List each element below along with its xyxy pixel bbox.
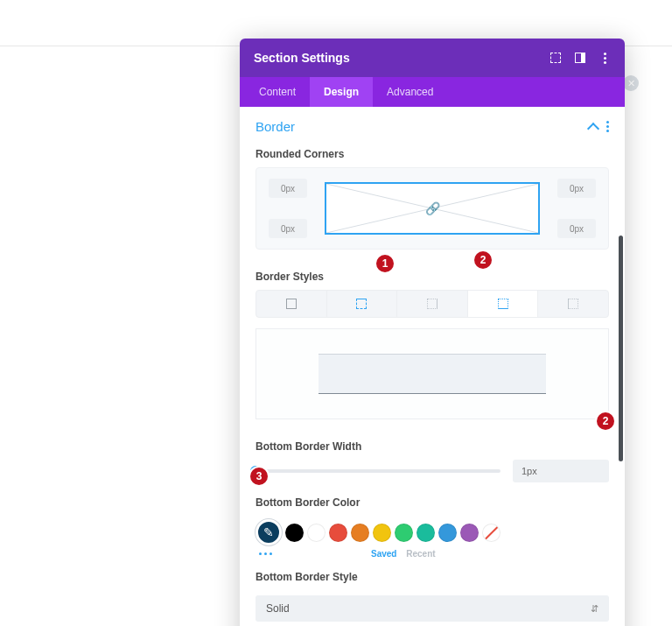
scrollbar-thumb[interactable] [619, 236, 623, 461]
recent-colors-tab[interactable]: Recent [406, 549, 435, 559]
bottom-border-style-label: Bottom Border Style [240, 566, 625, 590]
modal-header: Section Settings [240, 39, 625, 77]
corner-bottom-left-input[interactable] [269, 219, 307, 238]
section-more-icon[interactable] [606, 121, 609, 132]
rounded-corners-preview[interactable]: 🔗 [325, 182, 540, 235]
color-swatch[interactable] [329, 524, 347, 542]
bottom-border-style-select-wrap: Solid ⇵ [256, 595, 609, 622]
color-swatch-none[interactable] [482, 524, 500, 542]
border-section-title: Border [256, 119, 295, 134]
color-swatch[interactable] [351, 524, 369, 542]
border-side-bottom[interactable] [468, 291, 539, 317]
annotation-2b: 2 [597, 412, 614, 430]
modal-title: Section Settings [254, 51, 350, 65]
color-swatch[interactable] [438, 524, 457, 542]
tab-design[interactable]: Design [310, 77, 373, 107]
border-preview [318, 354, 546, 394]
bottom-border-width-slider[interactable] [256, 469, 500, 473]
color-tabs: Saved Recent [371, 549, 436, 559]
saved-colors-tab[interactable]: Saved [371, 549, 396, 559]
tab-content[interactable]: Content [245, 77, 310, 107]
square-left-icon [568, 299, 578, 309]
square-right-icon [427, 299, 438, 309]
border-styles-label: Border Styles [240, 265, 625, 290]
square-top-icon [356, 299, 367, 309]
corner-top-right-input[interactable] [557, 179, 596, 198]
rounded-corners-control: 🔗 [256, 167, 609, 250]
link-corners-icon[interactable]: 🔗 [425, 201, 440, 215]
section-settings-modal: Section Settings Content Design Advanced… [240, 39, 625, 626]
color-swatch[interactable] [395, 524, 413, 542]
header-action-group [550, 52, 611, 64]
settings-tabs: Content Design Advanced [240, 77, 625, 107]
expand-icon[interactable] [550, 52, 562, 64]
bottom-border-style-select[interactable]: Solid [256, 595, 609, 622]
bottom-border-width-input[interactable] [513, 460, 609, 482]
annotation-2: 2 [474, 251, 492, 269]
color-picker-button[interactable]: ✎ [256, 519, 282, 545]
color-swatch[interactable] [373, 524, 391, 542]
bottom-border-width-row [240, 460, 625, 491]
color-swatch-subrow: Saved Recent [240, 547, 625, 566]
border-side-all[interactable] [256, 291, 327, 317]
snap-panel-icon[interactable] [574, 52, 586, 64]
square-all-icon [286, 299, 297, 309]
border-section-header: Border [240, 107, 625, 143]
border-side-right[interactable] [397, 291, 468, 317]
more-colors-icon[interactable] [259, 552, 272, 555]
rounded-corners-label: Rounded Corners [240, 143, 625, 167]
corner-bottom-right-input[interactable] [557, 219, 596, 238]
border-preview-container [256, 328, 609, 419]
border-side-top[interactable] [327, 291, 398, 317]
color-swatch[interactable] [460, 524, 479, 542]
modal-body: Border Rounded Corners 🔗 Border Styles [240, 107, 625, 622]
color-swatch[interactable] [307, 524, 326, 542]
annotation-3: 3 [250, 468, 268, 485]
more-icon[interactable] [598, 52, 611, 64]
square-bottom-icon [498, 299, 508, 309]
bottom-border-width-label: Bottom Border Width [240, 435, 625, 460]
corner-top-left-input[interactable] [269, 179, 307, 198]
border-side-tabs [256, 290, 609, 318]
bottom-border-color-label: Bottom Border Color [240, 491, 625, 516]
color-swatch[interactable] [416, 524, 435, 542]
color-swatch[interactable] [285, 524, 304, 542]
collapse-icon[interactable] [587, 122, 599, 134]
background-close-button[interactable]: ✕ [623, 75, 639, 91]
color-swatch-row: ✎ [240, 516, 625, 547]
tab-advanced[interactable]: Advanced [373, 77, 447, 107]
border-side-left[interactable] [538, 291, 608, 317]
eyedropper-icon: ✎ [263, 525, 274, 539]
annotation-1: 1 [376, 255, 394, 272]
